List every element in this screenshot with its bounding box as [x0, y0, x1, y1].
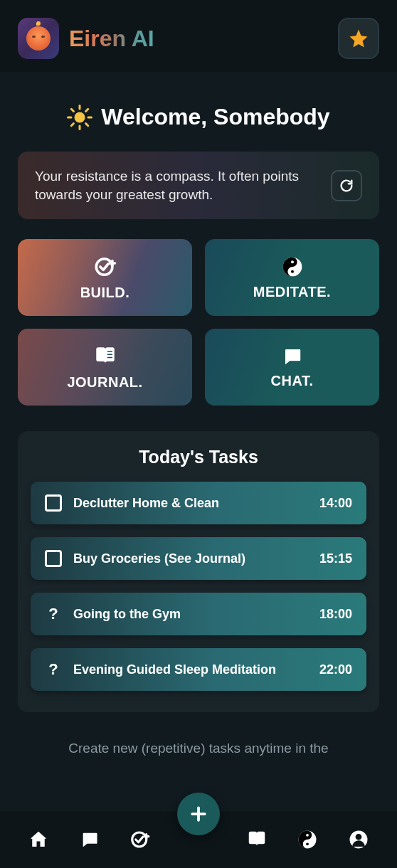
main-content: Welcome, Somebody Your resistance is a c…: [0, 72, 397, 811]
home-icon: [28, 829, 49, 850]
checkbox-icon[interactable]: [45, 550, 62, 567]
journal-label: JOURNAL.: [67, 374, 142, 391]
svg-point-0: [75, 112, 85, 122]
question-icon: ?: [45, 661, 62, 678]
task-label: Declutter Home & Clean: [73, 496, 308, 511]
svg-line-6: [86, 123, 88, 125]
nav-home[interactable]: [24, 825, 53, 854]
svg-line-5: [72, 109, 74, 111]
nav-journal[interactable]: [243, 825, 271, 854]
nav-build[interactable]: [126, 825, 154, 854]
chat-icon: [80, 830, 100, 850]
brand-name: Eiren AI: [69, 26, 154, 52]
task-label: Evening Guided Sleep Meditation: [73, 662, 308, 677]
task-time: 18:00: [319, 607, 352, 622]
svg-point-15: [306, 834, 309, 837]
check-plus-icon: [93, 255, 117, 279]
question-icon: ?: [45, 605, 62, 623]
svg-point-12: [291, 270, 294, 272]
sun-icon: [67, 105, 92, 130]
task-time: 22:00: [319, 662, 352, 677]
task-label: Buy Groceries (See Journal): [73, 551, 308, 566]
app-logo-icon: [18, 18, 59, 59]
checkbox-icon[interactable]: [45, 494, 62, 512]
task-row[interactable]: ?Evening Guided Sleep Meditation22:00: [31, 648, 366, 691]
nav-chat[interactable]: [75, 825, 104, 854]
task-time: 15:15: [319, 551, 352, 566]
app-header: Eiren AI: [0, 0, 397, 72]
task-row[interactable]: Buy Groceries (See Journal)15:15: [31, 537, 366, 580]
quote-card: Your resistance is a compass. It often p…: [18, 152, 379, 219]
nav-meditate[interactable]: [293, 825, 322, 854]
tasks-section: Today's Tasks Declutter Home & Clean14:0…: [18, 431, 379, 712]
task-row[interactable]: ?Going to the Gym18:00: [31, 593, 366, 635]
svg-point-11: [291, 260, 294, 263]
refresh-quote-button[interactable]: [331, 170, 362, 201]
svg-point-16: [306, 842, 309, 845]
task-time: 14:00: [319, 496, 352, 511]
meditate-label: MEDITATE.: [253, 284, 331, 300]
profile-icon: [348, 829, 369, 850]
add-button[interactable]: [177, 793, 220, 835]
chat-tile[interactable]: CHAT.: [205, 329, 379, 406]
yin-yang-icon: [281, 255, 304, 278]
task-label: Going to the Gym: [73, 607, 308, 622]
quote-text: Your resistance is a compass. It often p…: [35, 167, 321, 203]
refresh-icon: [339, 178, 354, 194]
build-label: BUILD.: [80, 285, 130, 301]
star-icon: [348, 28, 369, 49]
book-icon: [246, 829, 268, 850]
welcome-row: Welcome, Somebody: [18, 104, 379, 130]
svg-point-18: [356, 834, 362, 840]
plus-icon: [188, 803, 209, 825]
welcome-text: Welcome, Somebody: [101, 104, 329, 130]
svg-line-7: [72, 123, 74, 125]
build-tile[interactable]: BUILD.: [18, 239, 192, 316]
action-grid: BUILD. MEDITATE. JOURNAL. CHAT.: [18, 239, 379, 406]
bottom-nav: [0, 811, 397, 868]
check-plus-icon: [129, 829, 151, 850]
book-icon: [93, 344, 117, 369]
task-row[interactable]: Declutter Home & Clean14:00: [31, 482, 366, 524]
tasks-footer-text: Create new (repetitive) tasks anytime in…: [18, 741, 379, 756]
chat-icon: [282, 346, 303, 367]
task-list: Declutter Home & Clean14:00Buy Groceries…: [31, 482, 366, 691]
brand: Eiren AI: [18, 18, 154, 59]
meditate-tile[interactable]: MEDITATE.: [205, 239, 379, 316]
nav-profile[interactable]: [344, 825, 373, 854]
yin-yang-icon: [297, 829, 318, 850]
favorite-button[interactable]: [338, 18, 379, 59]
tasks-title: Today's Tasks: [31, 447, 366, 467]
chat-label: CHAT.: [271, 373, 314, 389]
svg-line-8: [86, 109, 88, 111]
journal-tile[interactable]: JOURNAL.: [18, 329, 192, 406]
